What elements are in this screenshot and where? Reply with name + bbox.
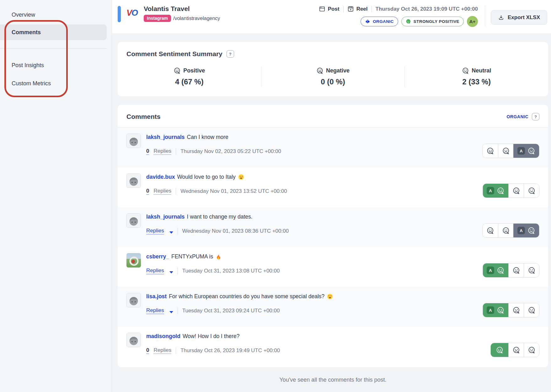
frown-icon: [512, 346, 520, 354]
instagram-badge: Instagram: [144, 15, 171, 22]
negative-value: 0 (0 %): [261, 77, 405, 86]
replies-link[interactable]: Replies: [153, 148, 171, 155]
smile-icon: [497, 306, 505, 314]
neutral-sentiment-button[interactable]: [524, 303, 539, 317]
sidebar-item-overview[interactable]: Overview: [0, 8, 112, 22]
separator: [343, 6, 344, 12]
comment-date: Thursday Nov 02, 2023 05:22 UTC +00:00: [180, 148, 281, 155]
positive-face-icon: [406, 19, 411, 24]
avatar: [126, 134, 141, 148]
frown-icon: [502, 147, 510, 155]
stat-neutral: Neutral 2 (33 %): [404, 66, 548, 87]
replies-count[interactable]: 0: [146, 188, 149, 195]
positive-value: 4 (67 %): [118, 77, 261, 86]
comment-text: FENTYxPUMA is: [171, 253, 213, 260]
neutral-sentiment-button[interactable]: [524, 343, 539, 357]
account-logo: VO: [126, 8, 137, 18]
help-icon[interactable]: ?: [532, 113, 539, 120]
negative-sentiment-button[interactable]: [508, 343, 524, 357]
stat-negative: Negative 0 (0 %): [261, 66, 405, 87]
avatar: [126, 293, 141, 307]
chevron-down-icon[interactable]: [169, 271, 173, 273]
sentiment-button-group: [490, 343, 539, 357]
comment-username[interactable]: laksh_journals: [146, 214, 185, 220]
sentiment-button-group: A: [483, 263, 539, 278]
positive-sentiment-button-selected[interactable]: A: [483, 184, 508, 198]
replies-link[interactable]: Replies: [153, 347, 171, 354]
neutral-value: 2 (33 %): [405, 77, 548, 86]
comment-username[interactable]: csberry_: [146, 253, 169, 260]
chevron-down-icon[interactable]: [169, 231, 173, 234]
sentiment-button-group: A: [483, 303, 539, 317]
comment-username[interactable]: lisa.jost: [146, 293, 167, 300]
sidebar-item-custom-metrics[interactable]: Custom Metrics: [0, 76, 112, 91]
comment-text: For which European countries do you have…: [169, 293, 324, 300]
separator: [176, 347, 176, 354]
replies-count[interactable]: 0: [146, 347, 149, 354]
frown-icon: [502, 227, 510, 235]
comment-username[interactable]: laksh_journals: [146, 134, 185, 140]
grade-badge: A+: [467, 16, 478, 27]
neutral-sentiment-button[interactable]: [524, 184, 539, 198]
comment-date: Wednesday Nov 01, 2023 08:36 UTC +00:00: [182, 228, 289, 234]
auto-sentiment-badge: A: [487, 306, 494, 314]
neutral-sentiment-button-selected[interactable]: A: [513, 144, 539, 158]
comment-text: I want to change my dates.: [187, 214, 253, 220]
comment-text: Wow! How I do I there?: [183, 333, 240, 340]
comment-row: laksh_journals I want to change my dates…: [118, 207, 548, 247]
comment-date: Tuesday Oct 31, 2023 13:08 UTC +00:00: [182, 268, 280, 274]
reel-icon: [347, 6, 354, 12]
summary-title: Comment Sentiment Summary: [126, 50, 222, 58]
positive-sentiment-button-selected[interactable]: A: [483, 303, 508, 317]
organic-flower-icon: [365, 19, 370, 24]
separator: [178, 228, 178, 235]
organic-badge: ORGANIC: [361, 17, 398, 26]
sidebar-item-post-insights[interactable]: Post Insights: [0, 58, 112, 72]
avatar: [126, 213, 141, 228]
sidebar-item-comments[interactable]: Comments: [0, 24, 107, 40]
sidebar: Overview Comments Post Insights Custom M…: [0, 0, 112, 392]
replies-count[interactable]: 0: [146, 148, 149, 155]
comment-text: Would love to go to Italy: [177, 174, 235, 180]
comment-username[interactable]: davide.bux: [146, 174, 175, 180]
comment-text: Can I know more: [187, 134, 228, 140]
auto-sentiment-badge: A: [517, 227, 525, 234]
negative-sentiment-button[interactable]: [508, 303, 524, 317]
chevron-down-icon[interactable]: [169, 311, 173, 313]
avatar: [126, 173, 141, 188]
export-xlsx-button[interactable]: Export XLSX: [491, 10, 547, 25]
negative-sentiment-button[interactable]: [508, 263, 524, 277]
auto-sentiment-badge: A: [487, 187, 494, 194]
comment-row: lisa.jost For which European countries d…: [118, 287, 548, 327]
fire-emoji: [215, 253, 222, 260]
negative-sentiment-button[interactable]: [498, 144, 513, 158]
positive-sentiment-button-selected[interactable]: [491, 343, 508, 357]
neutral-face-icon: [462, 67, 469, 74]
negative-sentiment-button[interactable]: [498, 224, 513, 237]
positive-sentiment-button[interactable]: [483, 144, 498, 158]
neutral-icon: [528, 187, 536, 195]
replies-expand-link[interactable]: Replies: [146, 267, 164, 274]
header-actions: Export XLSX: [485, 5, 547, 26]
neutral-sentiment-button-selected[interactable]: A: [513, 224, 539, 237]
negative-sentiment-button[interactable]: [508, 184, 524, 198]
auto-sentiment-badge: A: [487, 267, 494, 274]
replies-link[interactable]: Replies: [153, 188, 171, 195]
positive-sentiment-button-selected[interactable]: A: [483, 263, 508, 277]
help-icon[interactable]: ?: [227, 50, 234, 58]
comment-username[interactable]: madisongold: [146, 333, 180, 340]
sentiment-summary-card: Comment Sentiment Summary ? Positive 4 (…: [118, 42, 548, 96]
separator: [178, 307, 178, 314]
separator: [176, 148, 176, 155]
smile-icon: [496, 346, 504, 354]
positive-sentiment-button[interactable]: [483, 224, 498, 237]
replies-expand-link[interactable]: Replies: [146, 307, 164, 314]
main-content: VO Volantis Travel Instagram /volantistr…: [112, 0, 551, 392]
neutral-sentiment-button[interactable]: [524, 263, 539, 277]
smile-icon: [486, 147, 494, 155]
reel-type: Reel: [347, 6, 368, 12]
post-icon: [319, 6, 325, 12]
comment-row: csberry_ FENTYxPUMA is Replies Tuesday O…: [118, 247, 548, 287]
replies-expand-link[interactable]: Replies: [146, 227, 164, 235]
neutral-icon: [528, 346, 536, 354]
